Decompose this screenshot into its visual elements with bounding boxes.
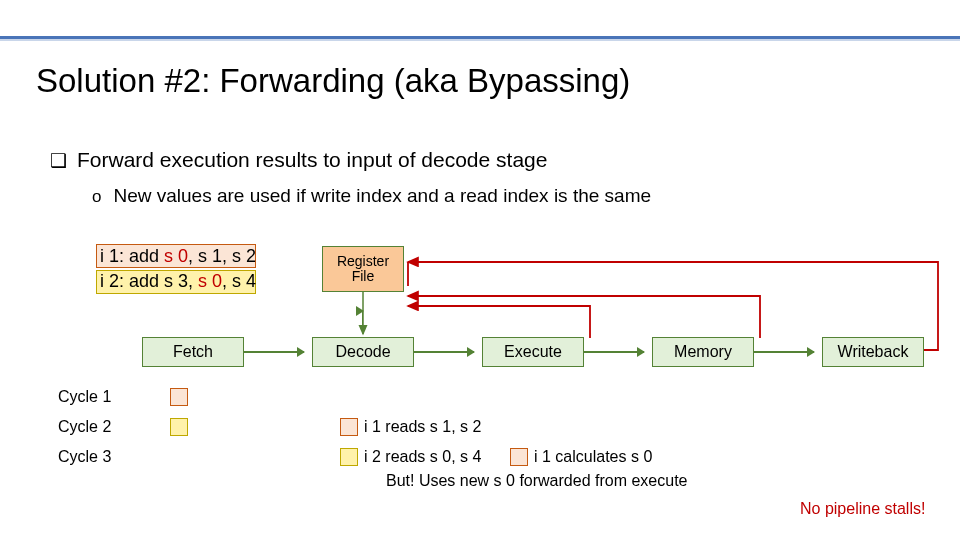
stage-writeback: Writeback	[822, 337, 924, 367]
cycle2-i2-fetch	[170, 418, 188, 436]
arrow-regfile-decode	[362, 310, 363, 330]
cycle3-i1-execute	[510, 448, 528, 466]
slide-title: Solution #2: Forwarding (aka Bypassing)	[36, 62, 630, 100]
note-cycle2: i 1 reads s 1, s 2	[364, 418, 481, 436]
note-final: No pipeline stalls!	[800, 500, 925, 518]
cycle3-i2-decode	[340, 448, 358, 466]
register-file-box: Register File	[322, 246, 404, 292]
instr1-prefix: i 1: add	[100, 246, 164, 266]
cycle-3-label: Cycle 3	[58, 448, 111, 466]
stage-decode: Decode	[312, 337, 414, 367]
cycle-2-label: Cycle 2	[58, 418, 111, 436]
top-accent-bar	[0, 36, 960, 41]
note-but: But! Uses new s 0 forwarded from execute	[386, 472, 687, 490]
instr2-prefix: i 2: add s 3,	[100, 271, 198, 291]
register-file-label: Register File	[337, 254, 389, 285]
note-cycle3-a: i 2 reads s 0, s 4	[364, 448, 481, 466]
bullet-main: Forward execution results to input of de…	[50, 148, 547, 172]
instruction-1: i 1: add s 0, s 1, s 2	[100, 244, 256, 269]
instr2-s0: s 0	[198, 271, 222, 291]
instr2-rest: , s 4	[222, 271, 256, 291]
cycle2-i1-decode	[340, 418, 358, 436]
instruction-2: i 2: add s 3, s 0, s 4	[100, 269, 256, 294]
instr1-s0: s 0	[164, 246, 188, 266]
arrow-decode-execute	[414, 351, 474, 353]
cycle-1-label: Cycle 1	[58, 388, 111, 406]
note-cycle3-b: i 1 calculates s 0	[534, 448, 652, 466]
arrow-memory-writeback	[754, 351, 814, 353]
arrow-execute-memory	[584, 351, 644, 353]
cycle1-i1-fetch	[170, 388, 188, 406]
instruction-list: i 1: add s 0, s 1, s 2 i 2: add s 3, s 0…	[100, 244, 256, 294]
stage-execute: Execute	[482, 337, 584, 367]
stage-memory: Memory	[652, 337, 754, 367]
instr1-rest: , s 1, s 2	[188, 246, 256, 266]
bullet-sub: New values are used if write index and a…	[92, 185, 651, 207]
arrow-fetch-decode	[244, 351, 304, 353]
stage-fetch: Fetch	[142, 337, 244, 367]
